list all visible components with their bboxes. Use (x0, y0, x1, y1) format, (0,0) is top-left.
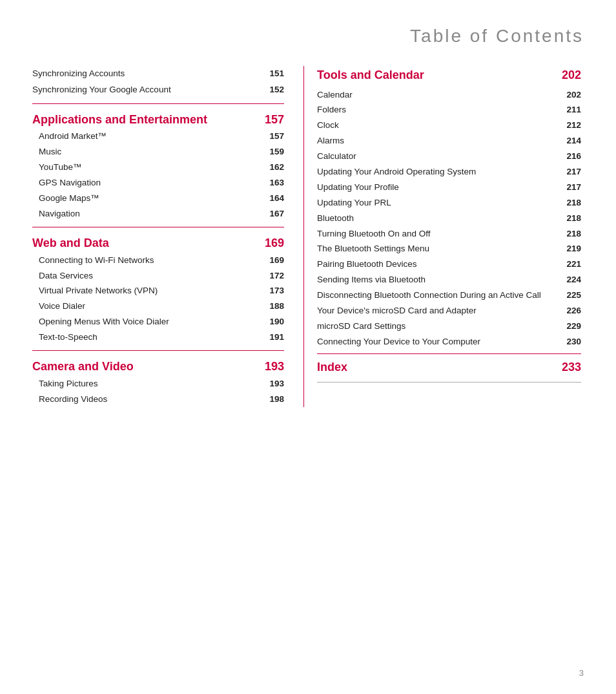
divider-web (32, 227, 284, 227)
index-page: 233 (562, 361, 581, 374)
entry-bt-settings-menu: The Bluetooth Settings Menu 219 (317, 242, 581, 257)
section-header-camera: Camera and Video 193 (32, 356, 284, 376)
section-page-web: 169 (265, 237, 284, 250)
entry-calendar: Calendar 202 (317, 87, 581, 103)
entry-text-to-speech: Text-to-Speech 191 (39, 330, 284, 346)
web-entries: Connecting to Wi-Fi Networks 169 Data Se… (32, 253, 284, 345)
entry-navigation: Navigation 167 (39, 206, 284, 222)
page-container: Table of Contents Synchronizing Accounts… (0, 0, 616, 694)
entry-bt-on-off: Turning Bluetooth On and Off 218 (317, 226, 581, 242)
index-title: Index (317, 361, 347, 374)
entry-taking-pictures: Taking Pictures 193 (39, 376, 284, 392)
section-page-camera: 193 (265, 360, 284, 373)
entry-calculator: Calculator 216 (317, 149, 581, 165)
entry-sending-bt: Sending Items via Bluetooth 224 (317, 273, 581, 288)
section-title-camera: Camera and Video (32, 360, 134, 373)
entry-bluetooth: Bluetooth 218 (317, 211, 581, 226)
toc-entry-sync-accounts: Synchronizing Accounts 151 (32, 66, 284, 82)
left-column: Synchronizing Accounts 151 Synchronizing… (32, 66, 303, 407)
section-title-web: Web and Data (32, 237, 109, 250)
entry-title-sync-google: Synchronizing Your Google Account (32, 84, 269, 96)
toc-entry-sync-google: Synchronizing Your Google Account 152 (32, 82, 284, 98)
entry-title-sync-accounts: Synchronizing Accounts (32, 68, 269, 80)
section-title-tools: Tools and Calendar (317, 68, 424, 82)
divider-camera (32, 350, 284, 351)
entry-folders: Folders 211 (317, 103, 581, 118)
content-area: Synchronizing Accounts 151 Synchronizing… (32, 66, 584, 407)
entry-data-services: Data Services 172 (39, 268, 284, 284)
entry-youtube: YouTube™ 162 (39, 160, 284, 176)
sync-entries: Synchronizing Accounts 151 Synchronizing… (32, 66, 284, 98)
entry-disconnecting-bt: Disconnecting Bluetooth Connection Durin… (317, 288, 581, 304)
section-header-apps: Applications and Entertainment 157 (32, 109, 284, 129)
section-title-apps: Applications and Entertainment (32, 113, 207, 127)
entry-music: Music 159 (39, 145, 284, 160)
entry-updating-prl: Updating Your PRL 218 (317, 195, 581, 211)
section-header-tools: Tools and Calendar 202 (317, 66, 581, 85)
entry-page-sync-accounts: 151 (269, 68, 284, 78)
entry-wifi: Connecting to Wi-Fi Networks 169 (39, 253, 284, 268)
bottom-divider (317, 382, 581, 383)
entry-pairing-bt: Pairing Bluetooth Devices 221 (317, 257, 581, 273)
entry-recording-videos: Recording Videos 198 (39, 392, 284, 407)
entry-microsd-card: Your Device's microSD Card and Adapter 2… (317, 303, 581, 319)
section-header-web: Web and Data 169 (32, 233, 284, 253)
entry-alarms: Alarms 214 (317, 134, 581, 149)
divider-apps (32, 103, 284, 104)
page-title: Table of Contents (32, 26, 584, 47)
index-row: Index 233 (317, 358, 581, 377)
entry-google-maps: Google Maps™ 164 (39, 191, 284, 206)
page-number: 3 (579, 668, 584, 678)
entry-clock: Clock 212 (317, 118, 581, 134)
entry-vpn: Virtual Private Networks (VPN) 173 (39, 284, 284, 299)
divider-index (317, 353, 581, 354)
entry-gps-nav: GPS Navigation 163 (39, 175, 284, 191)
entry-page-sync-google: 152 (269, 85, 284, 94)
entry-voice-dialer: Voice Dialer 188 (39, 299, 284, 315)
entry-opening-menus: Opening Menus With Voice Dialer 190 (39, 315, 284, 330)
entry-android-market: Android Market™ 157 (39, 129, 284, 145)
camera-entries: Taking Pictures 193 Recording Videos 198 (32, 376, 284, 407)
entry-updating-android: Updating Your Android Operating System 2… (317, 164, 581, 180)
entry-connecting-device: Connecting Your Device to Your Computer … (317, 334, 581, 350)
apps-entries: Android Market™ 157 Music 159 YouTube™ 1… (32, 129, 284, 222)
entry-updating-profile: Updating Your Profile 217 (317, 180, 581, 195)
section-page-apps: 157 (265, 113, 284, 127)
section-page-tools: 202 (562, 68, 581, 82)
right-column: Tools and Calendar 202 Calendar 202 Fold… (303, 66, 581, 407)
entry-microsd-settings: microSD Card Settings 229 (317, 319, 581, 334)
tools-entries: Calendar 202 Folders 211 Clock 212 Alarm… (317, 87, 581, 350)
